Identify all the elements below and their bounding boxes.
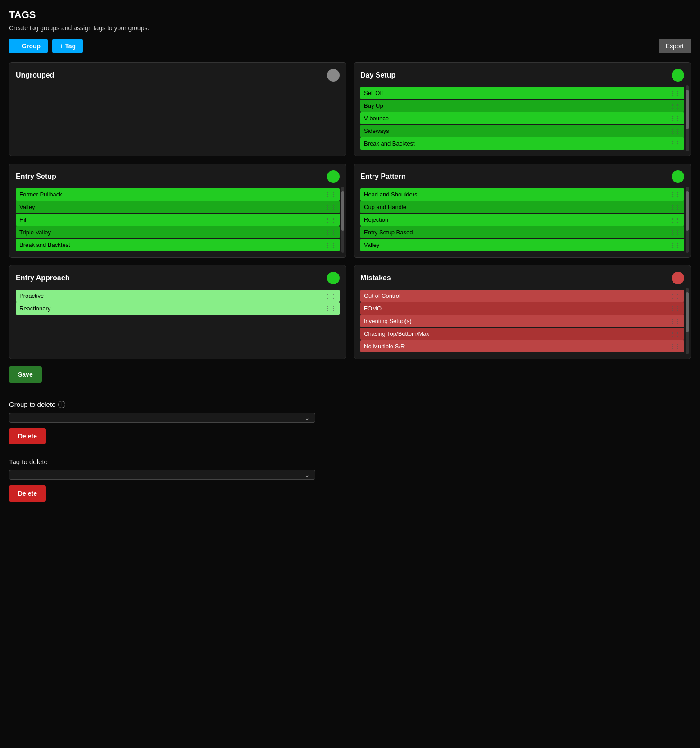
drag-handle-icon[interactable]: ⋮⋮ <box>325 217 336 223</box>
tag-label: No Multiple S/R <box>364 343 405 350</box>
tag-to-delete-dropdown[interactable] <box>9 470 315 480</box>
tag-label: Buy Up <box>364 102 383 109</box>
drag-handle-icon[interactable]: ⋮⋮ <box>670 331 681 337</box>
group-header-mistakes: Mistakes <box>360 272 684 284</box>
group-card-entry-setup: Entry Setup Former Pullback ⋮⋮ Valley ⋮⋮… <box>9 164 346 258</box>
list-item[interactable]: Valley ⋮⋮ <box>360 239 684 251</box>
drag-handle-icon[interactable]: ⋮⋮ <box>670 103 681 109</box>
group-title-entry-approach: Entry Approach <box>16 274 69 282</box>
scrollbar[interactable] <box>686 288 689 354</box>
group-to-delete-dropdown[interactable] <box>9 413 315 423</box>
group-title-entry-pattern: Entry Pattern <box>360 173 405 181</box>
delete-tag-section: Tag to delete ⌄ Delete <box>9 458 691 502</box>
group-dot-entry-approach <box>327 272 340 284</box>
list-item[interactable]: Out of Control ⋮⋮ <box>360 290 684 302</box>
group-title-day-setup: Day Setup <box>360 71 395 79</box>
tag-label: Break and Backtest <box>364 140 415 147</box>
list-item[interactable]: Proactive ⋮⋮ <box>16 290 340 302</box>
list-item[interactable]: Reactionary ⋮⋮ <box>16 302 340 315</box>
drag-handle-icon[interactable]: ⋮⋮ <box>670 343 681 350</box>
list-item[interactable]: Former Pullback ⋮⋮ <box>16 188 340 201</box>
drag-handle-icon[interactable]: ⋮⋮ <box>670 141 681 147</box>
list-item[interactable]: Break and Backtest ⋮⋮ <box>16 239 340 251</box>
list-item[interactable]: Chasing Top/Bottom/Max ⋮⋮ <box>360 328 684 340</box>
save-section: Save <box>9 366 691 383</box>
list-item[interactable]: Break and Backtest ⋮⋮ <box>360 137 684 150</box>
drag-handle-icon[interactable]: ⋮⋮ <box>670 204 681 210</box>
drag-handle-icon[interactable]: ⋮⋮ <box>670 192 681 198</box>
drag-handle-icon[interactable]: ⋮⋮ <box>325 306 336 312</box>
drag-handle-icon[interactable]: ⋮⋮ <box>325 192 336 198</box>
scrollbar[interactable] <box>686 187 689 253</box>
drag-handle-icon[interactable]: ⋮⋮ <box>325 204 336 210</box>
drag-handle-icon[interactable]: ⋮⋮ <box>670 217 681 223</box>
list-item[interactable]: Sell Off ⋮⋮ <box>360 87 684 99</box>
tag-list-mistakes: Out of Control ⋮⋮ FOMO ⋮⋮ Inventing Setu… <box>360 290 684 352</box>
group-dot-ungrouped <box>327 69 340 82</box>
list-item[interactable]: Inventing Setup(s) ⋮⋮ <box>360 315 684 327</box>
drag-handle-icon[interactable]: ⋮⋮ <box>670 128 681 134</box>
tag-label: Break and Backtest <box>19 242 70 248</box>
add-tag-button[interactable]: + Tag <box>52 39 83 53</box>
page-subtitle: Create tag groups and assign tags to you… <box>9 24 691 32</box>
drag-handle-icon[interactable]: ⋮⋮ <box>670 293 681 299</box>
group-card-entry-approach: Entry Approach Proactive ⋮⋮ Reactionary … <box>9 265 346 359</box>
tag-list-entry-approach: Proactive ⋮⋮ Reactionary ⋮⋮ <box>16 290 340 315</box>
tag-label: Former Pullback <box>19 191 62 198</box>
tag-list-entry-setup: Former Pullback ⋮⋮ Valley ⋮⋮ Hill ⋮⋮ Tri… <box>16 188 340 251</box>
drag-handle-icon[interactable]: ⋮⋮ <box>325 242 336 248</box>
drag-handle-icon[interactable]: ⋮⋮ <box>670 306 681 312</box>
drag-handle-icon[interactable]: ⋮⋮ <box>325 229 336 236</box>
tag-label: Valley <box>364 242 379 248</box>
groups-grid: Ungrouped Day Setup Sell Off ⋮⋮ Buy Up ⋮… <box>9 62 691 359</box>
drag-handle-icon[interactable]: ⋮⋮ <box>670 318 681 324</box>
group-header-ungrouped: Ungrouped <box>16 69 340 82</box>
drag-handle-icon[interactable]: ⋮⋮ <box>670 229 681 236</box>
list-item[interactable]: Hill ⋮⋮ <box>16 214 340 226</box>
tag-label: FOMO <box>364 305 382 312</box>
tag-label: Out of Control <box>364 292 400 299</box>
tag-list-entry-pattern: Head and Shoulders ⋮⋮ Cup and Handle ⋮⋮ … <box>360 188 684 251</box>
group-header-entry-approach: Entry Approach <box>16 272 340 284</box>
tag-label: Sideways <box>364 128 389 134</box>
tag-label: V bounce <box>364 115 389 122</box>
group-title-ungrouped: Ungrouped <box>16 71 54 79</box>
delete-group-label: Group to delete i <box>9 401 691 408</box>
list-item[interactable]: Sideways ⋮⋮ <box>360 125 684 137</box>
tag-label: Entry Setup Based <box>364 229 413 236</box>
tag-list-day-setup: Sell Off ⋮⋮ Buy Up ⋮⋮ V bounce ⋮⋮ Sidewa… <box>360 87 684 150</box>
delete-tag-button[interactable]: Delete <box>9 485 46 502</box>
list-item[interactable]: Buy Up ⋮⋮ <box>360 100 684 112</box>
delete-group-section: Group to delete i ⌄ Delete <box>9 401 691 444</box>
drag-handle-icon[interactable]: ⋮⋮ <box>670 115 681 122</box>
group-card-entry-pattern: Entry Pattern Head and Shoulders ⋮⋮ Cup … <box>354 164 691 258</box>
drag-handle-icon[interactable]: ⋮⋮ <box>670 242 681 248</box>
list-item[interactable]: Head and Shoulders ⋮⋮ <box>360 188 684 201</box>
list-item[interactable]: Triple Valley ⋮⋮ <box>16 226 340 238</box>
drag-handle-icon[interactable]: ⋮⋮ <box>670 90 681 96</box>
delete-group-button[interactable]: Delete <box>9 428 46 444</box>
group-card-ungrouped: Ungrouped <box>9 62 346 156</box>
list-item[interactable]: FOMO ⋮⋮ <box>360 302 684 315</box>
tag-to-delete-dropdown-container: ⌄ <box>9 470 315 480</box>
list-item[interactable]: Rejection ⋮⋮ <box>360 214 684 226</box>
list-item[interactable]: Entry Setup Based ⋮⋮ <box>360 226 684 238</box>
drag-handle-icon[interactable]: ⋮⋮ <box>325 293 336 299</box>
group-dot-day-setup <box>672 69 684 82</box>
group-title-entry-setup: Entry Setup <box>16 173 56 181</box>
list-item[interactable]: Valley ⋮⋮ <box>16 201 340 213</box>
tag-label: Hill <box>19 216 27 223</box>
scrollbar[interactable] <box>686 85 689 151</box>
tag-label: Chasing Top/Bottom/Max <box>364 330 429 337</box>
delete-tag-label: Tag to delete <box>9 458 691 465</box>
list-item[interactable]: Cup and Handle ⋮⋮ <box>360 201 684 213</box>
group-header-entry-setup: Entry Setup <box>16 170 340 183</box>
group-dot-entry-pattern <box>672 170 684 183</box>
scrollbar[interactable] <box>341 187 344 253</box>
add-group-button[interactable]: + Group <box>9 39 48 53</box>
export-button[interactable]: Export <box>659 39 691 53</box>
list-item[interactable]: V bounce ⋮⋮ <box>360 112 684 124</box>
save-button[interactable]: Save <box>9 366 42 383</box>
group-dot-entry-setup <box>327 170 340 183</box>
list-item[interactable]: No Multiple S/R ⋮⋮ <box>360 340 684 352</box>
